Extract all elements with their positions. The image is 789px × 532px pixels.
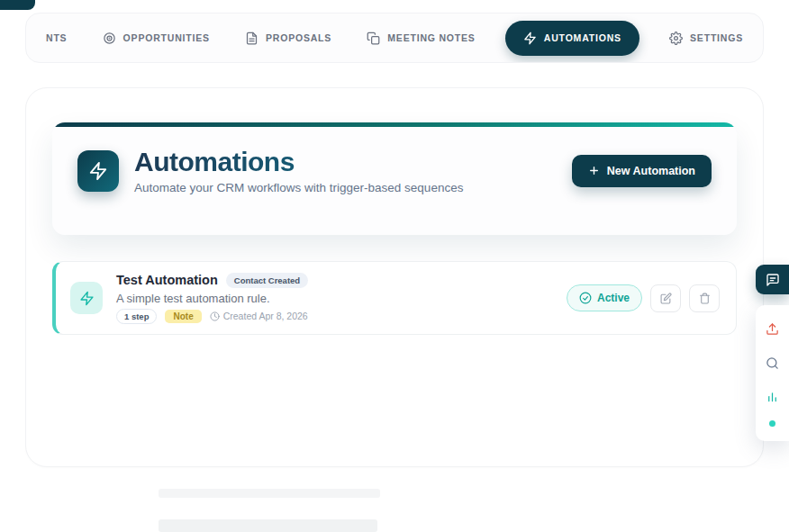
side-toolbar: [756, 305, 789, 441]
upload-icon: [766, 322, 779, 336]
bar-chart-icon: [766, 390, 779, 403]
page-subtitle: Automate your CRM workflows with trigger…: [134, 181, 463, 194]
nav-item-label: AUTOMATIONS: [544, 32, 621, 43]
edit-automation-button[interactable]: [650, 284, 681, 312]
clock-icon: [210, 311, 220, 321]
delete-automation-button[interactable]: [689, 284, 720, 312]
nav-item-meeting-notes[interactable]: MEETING NOTES: [361, 23, 480, 54]
nav-item-settings[interactable]: SETTINGS: [664, 23, 748, 54]
automation-description: A simple test automation rule.: [116, 292, 308, 305]
trash-icon: [699, 293, 711, 304]
created-date: Created Apr 8, 2026: [210, 311, 308, 321]
zap-icon: [77, 150, 119, 192]
steps-badge: 1 step: [116, 309, 157, 324]
top-navbar: NTS OPPORTUNITIES PROPOSALS MEETING NOTE…: [25, 13, 764, 63]
corner-notch: [0, 0, 35, 10]
trigger-badge: Contact Created: [226, 273, 308, 288]
automations-header-card: Automations Automate your CRM workflows …: [52, 122, 737, 235]
chat-fab-button[interactable]: [756, 265, 789, 294]
plus-icon: [588, 165, 600, 176]
created-date-label: Created Apr 8, 2026: [223, 311, 308, 321]
nav-item-label: MEETING NOTES: [387, 32, 475, 43]
automation-name: Test Automation: [116, 273, 218, 287]
upload-button[interactable]: [763, 320, 783, 339]
nav-item-label: PROPOSALS: [266, 32, 331, 43]
check-circle-icon: [579, 292, 592, 304]
page-title: Automations: [134, 147, 463, 176]
status-dot: [769, 420, 775, 427]
skeleton-bar: [159, 519, 377, 532]
skeleton-bar: [159, 489, 380, 498]
nav-item-label: OPPORTUNITIES: [123, 32, 210, 43]
edit-icon: [660, 293, 672, 304]
search-button[interactable]: [763, 353, 783, 373]
automations-panel: Automations Automate your CRM workflows …: [25, 87, 764, 467]
analytics-button[interactable]: [763, 387, 783, 407]
zap-icon: [523, 32, 537, 45]
zap-icon: [70, 282, 103, 314]
nav-item-clients[interactable]: NTS: [41, 23, 72, 52]
nav-item-label: SETTINGS: [690, 32, 743, 43]
chat-bubble-icon: [766, 273, 780, 287]
status-badge: Active: [597, 292, 630, 304]
nav-item-automations[interactable]: AUTOMATIONS: [505, 21, 639, 56]
nav-item-proposals[interactable]: PROPOSALS: [240, 23, 337, 54]
target-icon: [103, 32, 116, 45]
nav-item-label: NTS: [46, 32, 67, 43]
gear-icon: [669, 32, 683, 45]
search-icon: [766, 356, 779, 370]
new-automation-button[interactable]: New Automation: [572, 155, 712, 187]
status-toggle-button[interactable]: Active: [567, 284, 642, 311]
new-automation-label: New Automation: [607, 165, 695, 177]
nav-item-opportunities[interactable]: OPPORTUNITIES: [97, 23, 215, 54]
action-badge: Note: [165, 310, 201, 323]
automation-list-item: Test Automation Contact Created A simple…: [52, 261, 737, 335]
copy-icon: [367, 32, 380, 45]
document-icon: [245, 32, 258, 45]
